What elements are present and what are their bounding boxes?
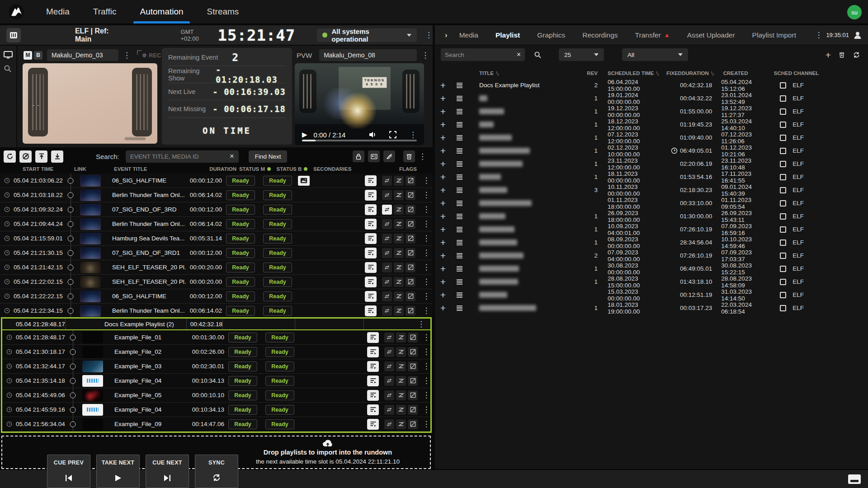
no-graphics-icon[interactable] (406, 248, 415, 258)
transition-icon[interactable] (396, 419, 406, 429)
no-graphics-icon[interactable] (406, 291, 415, 301)
playlist-row[interactable]: + 1 26.09.2023 18:00:00.00 01:30:00.00 2… (435, 210, 868, 223)
sync-button[interactable]: SYNC (195, 455, 238, 488)
no-graphics-icon[interactable] (408, 419, 418, 429)
delete-event-button[interactable] (403, 150, 415, 162)
monitor-view-icon[interactable] (4, 51, 13, 59)
schedule-checkbox[interactable] (780, 122, 786, 128)
notes-icon[interactable] (365, 190, 377, 201)
rundown-row[interactable]: 05.04 21:30:18.17 Example_File_02 00:02:… (2, 345, 430, 359)
schedule-checkbox[interactable] (780, 292, 786, 298)
transition-icon[interactable] (394, 219, 404, 229)
link-indicator[interactable] (65, 246, 76, 260)
row-menu-icon[interactable]: ⋮ (422, 348, 430, 356)
transition-icon[interactable] (394, 176, 404, 186)
expand-playlist-icon[interactable]: + (435, 120, 451, 129)
row-menu-icon[interactable]: ⋮ (422, 420, 430, 428)
tab-playlist[interactable]: Playlist (495, 31, 520, 39)
transition-icon[interactable] (396, 376, 406, 386)
loop-icon[interactable] (382, 219, 392, 229)
transition-icon[interactable] (394, 277, 404, 287)
playlist-list-icon[interactable] (451, 108, 467, 115)
rundown-row[interactable]: 05.04 21:03:06.22 06_SIG_HALFTIME 00:00:… (0, 174, 433, 188)
pvw-menu-icon[interactable]: ⋮ (421, 52, 429, 59)
link-indicator[interactable] (67, 330, 78, 344)
filter-dropdown[interactable]: All (622, 48, 688, 61)
playlist-list-icon[interactable] (451, 213, 467, 220)
selected-playlist-group[interactable]: 05.04 21:28:48.17 Docs Example Playlist … (1, 317, 432, 433)
link-indicator[interactable] (65, 217, 76, 231)
loop-icon[interactable] (382, 263, 392, 272)
nav-item-automation[interactable]: Automation (128, 0, 195, 23)
link-indicator[interactable] (65, 275, 76, 289)
no-graphics-icon[interactable] (408, 390, 418, 400)
disable-edit-button[interactable] (383, 150, 395, 162)
expand-playlist-icon[interactable]: + (435, 146, 451, 155)
schedule-checkbox[interactable] (780, 135, 786, 141)
playlist-row[interactable]: + 1 02.12.2023 10:00:00.00 06:49:05.01 0… (435, 144, 868, 157)
rundown-row[interactable]: 05.04 21:09:44.24 Berlin Thunder Team On… (0, 217, 433, 231)
no-graphics-icon[interactable] (406, 306, 415, 316)
schedule-checkbox[interactable] (780, 213, 786, 220)
user-icon[interactable] (853, 30, 863, 40)
playlist-list-icon[interactable] (451, 95, 467, 102)
row-menu-icon[interactable]: ⋮ (420, 177, 433, 184)
schedule-checkbox[interactable] (780, 161, 786, 167)
expand-playlist-icon[interactable]: + (435, 172, 451, 182)
row-menu-icon[interactable]: ⋮ (420, 307, 433, 314)
row-menu-icon[interactable]: ⋮ (422, 377, 430, 385)
volume-icon[interactable] (368, 131, 377, 138)
loop-icon[interactable] (384, 405, 394, 415)
playlist-list-icon[interactable] (451, 279, 467, 285)
link-indicator[interactable] (67, 345, 78, 359)
notes-icon[interactable] (365, 291, 377, 302)
playlist-row[interactable]: + 15.03.2023 00:00:00.00 00:12:51.19 31.… (435, 288, 868, 301)
notes-icon[interactable] (367, 390, 379, 401)
playlist-row[interactable]: + 1 10.09.2023 04:00:01.00 07:26:10.19 0… (435, 223, 868, 236)
playlist-group-header[interactable]: 05.04 21:28:48.17 Docs Example Playlist … (2, 319, 430, 330)
playlist-row[interactable]: + 1 18.11.2023 00:00:00.00 01:53:54.16 1… (435, 170, 868, 183)
playlist-list-icon[interactable] (451, 239, 467, 246)
transition-icon[interactable] (396, 361, 406, 371)
row-menu-icon[interactable]: ⋮ (420, 249, 433, 257)
playlist-list-icon[interactable] (451, 161, 467, 167)
rundown-row[interactable]: 05.04 21:21:42.15 SEH_ELF_TEASER_20 Pl..… (0, 260, 433, 275)
playlist-row[interactable]: + 1 08.09.2023 00:00:00.00 28:34:56.04 1… (435, 236, 868, 249)
take-next-button[interactable]: TAKE NEXT (96, 455, 140, 488)
secondary-graphic-icon[interactable] (298, 176, 310, 186)
no-graphics-icon[interactable] (408, 347, 418, 357)
schedule-checkbox[interactable] (780, 305, 786, 311)
system-status-dropdown[interactable]: All systems operational (317, 28, 417, 42)
loop-icon[interactable] (382, 277, 392, 287)
playlist-row[interactable]: + 1 30.08.2023 00:00:00.00 06:49:05.01 3… (435, 262, 868, 275)
scroll-to-end-button[interactable] (51, 150, 63, 163)
playlist-list-icon[interactable] (451, 292, 467, 298)
program-menu-icon[interactable]: ⋮ (123, 52, 131, 59)
rundown-row[interactable]: 05.04 21:22:22.15 06_SIG_HALFTIME 00:00:… (0, 289, 433, 304)
expand-playlist-icon[interactable]: + (435, 211, 451, 221)
no-graphics-icon[interactable] (406, 176, 415, 186)
page-size-dropdown[interactable]: 25 (559, 48, 604, 61)
expand-playlist-icon[interactable]: + (435, 185, 451, 195)
playlist-list-icon[interactable] (451, 226, 467, 233)
playlist-search-input[interactable] (445, 52, 517, 58)
no-graphics-icon[interactable] (406, 234, 415, 244)
collapse-panel-icon[interactable]: › (445, 31, 448, 40)
rundown-row[interactable]: 05.04 21:35:14.18 Example_File_04 00:10:… (2, 374, 430, 388)
link-indicator[interactable] (65, 289, 76, 303)
playlist-row[interactable]: + 1 07.12.2023 12:00:00.00 01:09:40.00 0… (435, 131, 868, 144)
loop-icon[interactable] (384, 419, 394, 429)
loop-icon[interactable] (382, 190, 392, 200)
nav-item-streams[interactable]: Streams (195, 0, 251, 23)
schedule-checkbox[interactable] (780, 279, 786, 285)
playlist-list-icon[interactable] (451, 253, 467, 259)
group-menu-icon[interactable]: ⋮ (417, 320, 425, 328)
pvw-channel-input[interactable] (319, 49, 417, 61)
transition-icon[interactable] (396, 390, 406, 400)
user-avatar[interactable]: su (847, 5, 862, 19)
search-icon[interactable] (534, 51, 542, 59)
loop-icon[interactable] (384, 347, 394, 357)
notes-icon[interactable] (367, 404, 379, 415)
rundown-row[interactable]: 05.04 21:15:59.01 Hamburg Sea Devils Tea… (0, 231, 433, 246)
loop-icon[interactable] (382, 306, 392, 316)
